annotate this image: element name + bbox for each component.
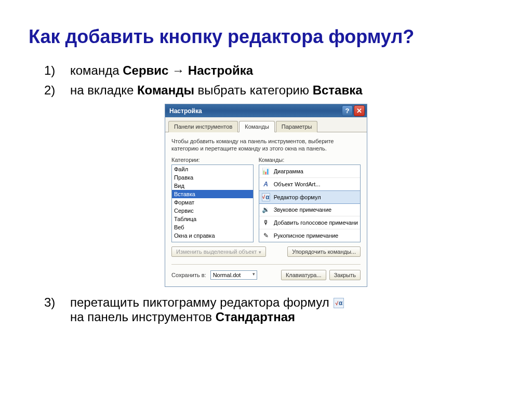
categories-label: Категории: (171, 157, 254, 163)
step-1: 1) команда Сервис → Настройка (44, 63, 503, 78)
step-number: 1) (44, 63, 70, 78)
command-label: Диаграмма (274, 168, 358, 174)
save-in-label: Сохранить в: (171, 272, 206, 278)
step-number: 2) (44, 83, 70, 98)
step-text: на вкладке Команды выбрать категорию Вст… (70, 83, 503, 98)
list-item[interactable]: Сервис (172, 207, 253, 215)
steps-list-cont: 3) перетащить пиктограмму редактора форм… (29, 295, 503, 324)
command-label: Рукописное примечание (274, 232, 358, 239)
modify-selected-dropdown: Изменить выделенный объект▾ (171, 246, 266, 257)
step-number: 3) (44, 295, 70, 324)
settings-dialog: Настройка ? ✕ Панели инструментов Команд… (165, 104, 367, 287)
command-item[interactable]: 📊 Диаграмма (259, 165, 360, 178)
arrange-commands-button[interactable]: Упорядочить команды... (287, 246, 361, 257)
list-item[interactable]: Вставка (172, 190, 253, 198)
command-label: Звуковое примечание (274, 207, 358, 213)
step-text: команда Сервис → Настройка (70, 63, 503, 78)
instruction-text: Чтобы добавить команду на панель инструм… (171, 138, 361, 153)
tab-strip: Панели инструментов Команды Параметры (165, 117, 367, 132)
dialog-body: Чтобы добавить команду на панель инструм… (165, 132, 367, 286)
close-icon[interactable]: ✕ (354, 105, 365, 116)
wordart-icon: A (261, 180, 271, 189)
list-item[interactable]: Формат (172, 198, 253, 207)
command-item[interactable]: 🔉 Звуковое примечание (259, 203, 360, 216)
list-item[interactable]: Рисование (172, 240, 253, 242)
sound-icon: 🔉 (261, 205, 271, 214)
pen-icon: ✎ (261, 231, 271, 240)
list-item[interactable]: Окна и справка (172, 231, 253, 240)
page-title: Как добавить кнопку редактора формул? (29, 26, 503, 48)
tab-toolbars[interactable]: Панели инструментов (168, 121, 238, 132)
formula-icon: √α (334, 298, 344, 308)
command-item[interactable]: A Объект WordArt... (259, 178, 360, 191)
list-item[interactable]: Таблица (172, 215, 253, 223)
command-item[interactable]: ✎ Рукописное примечание (259, 229, 360, 242)
command-item[interactable]: √α Редактор формул (259, 190, 361, 204)
step-2: 2) на вкладке Команды выбрать категорию … (44, 83, 503, 98)
mic-icon: 🎙 (261, 218, 271, 227)
command-label: Объект WordArt... (274, 181, 358, 187)
close-button[interactable]: Закрыть (329, 270, 361, 280)
step-3: 3) перетащить пиктограмму редактора форм… (44, 295, 503, 324)
steps-list: 1) команда Сервис → Настройка 2) на вкла… (29, 63, 503, 98)
dialog-titlebar[interactable]: Настройка ? ✕ (165, 104, 367, 117)
list-item[interactable]: Вид (172, 182, 253, 190)
save-in-combo[interactable]: Normal.dot (210, 270, 257, 280)
dialog-title: Настройка (169, 107, 341, 115)
command-label: Добавить голосовое примечани (274, 219, 358, 226)
help-button[interactable]: ? (342, 105, 353, 116)
commands-label: Команды: (259, 157, 361, 163)
list-item[interactable]: Правка (172, 173, 253, 182)
list-item[interactable]: Файл (172, 165, 253, 173)
tab-commands[interactable]: Команды (239, 121, 275, 132)
categories-listbox[interactable]: Файл Правка Вид Вставка Формат Сервис Та… (171, 164, 254, 242)
step-text: перетащить пиктограмму редактора формул … (70, 295, 503, 324)
separator (171, 264, 361, 265)
command-item[interactable]: 🎙 Добавить голосовое примечани (259, 216, 360, 229)
chart-icon: 📊 (261, 167, 271, 176)
list-item[interactable]: Веб (172, 223, 253, 231)
formula-icon: √α (261, 193, 271, 202)
commands-listbox[interactable]: 📊 Диаграмма A Объект WordArt... √α Редак… (259, 164, 361, 242)
command-label: Редактор формул (274, 194, 358, 200)
tab-options[interactable]: Параметры (276, 121, 318, 132)
keyboard-button[interactable]: Клавиатура... (281, 270, 326, 280)
